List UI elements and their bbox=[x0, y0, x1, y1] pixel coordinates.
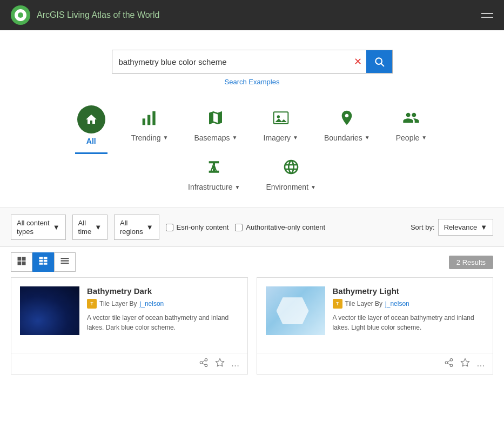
app-header: ArcGIS Living Atlas of the World bbox=[0, 0, 504, 30]
svg-rect-3 bbox=[147, 115, 150, 125]
sort-chevron: ▼ bbox=[480, 223, 487, 231]
authoritative-only-filter[interactable]: Authoritative-only content bbox=[235, 223, 325, 231]
cards-grid: Bathymetry Dark T Tile Layer By j_nelson… bbox=[0, 277, 504, 385]
category-all[interactable]: All bbox=[64, 100, 118, 151]
category-row-1: All Trending ▼ Basemaps ▼ bbox=[64, 100, 440, 151]
svg-point-6 bbox=[277, 115, 279, 118]
category-boundaries[interactable]: Boundaries ▼ bbox=[311, 104, 383, 148]
filters-bar: All content types ▼ All time ▼ All regio… bbox=[0, 208, 504, 247]
regions-filter[interactable]: All regions ▼ bbox=[114, 215, 159, 240]
esri-only-checkbox[interactable] bbox=[166, 224, 173, 231]
card-author-dark[interactable]: j_nelson bbox=[140, 300, 164, 307]
card-icon bbox=[38, 256, 48, 266]
regions-line2: regions bbox=[120, 228, 143, 236]
svg-rect-11 bbox=[22, 262, 26, 265]
content-type-chevron: ▼ bbox=[53, 223, 60, 231]
list-view-button[interactable] bbox=[54, 252, 76, 272]
card-title-light: Bathymetry Light bbox=[333, 286, 485, 296]
svg-point-21 bbox=[205, 359, 207, 362]
trending-icon bbox=[141, 109, 158, 130]
svg-text:A: A bbox=[211, 162, 218, 173]
card-footer-light: … bbox=[257, 353, 493, 374]
sort-select[interactable]: Relevance ▼ bbox=[438, 219, 493, 236]
svg-rect-8 bbox=[18, 257, 22, 261]
app-title: ArcGIS Living Atlas of the World bbox=[37, 10, 159, 20]
results-count: 2 Results bbox=[449, 256, 493, 269]
category-basemaps[interactable]: Basemaps ▼ bbox=[181, 104, 250, 148]
svg-point-28 bbox=[445, 362, 448, 364]
content-type-filter[interactable]: All content types ▼ bbox=[11, 215, 66, 240]
favorite-button-dark[interactable] bbox=[215, 358, 225, 370]
sort-group: Sort by: Relevance ▼ bbox=[411, 219, 493, 236]
svg-rect-18 bbox=[61, 258, 69, 259]
more-button-dark[interactable]: … bbox=[231, 359, 240, 369]
share-icon bbox=[444, 358, 454, 367]
card-title-dark: Bathymetry Dark bbox=[87, 286, 239, 296]
star-icon bbox=[460, 358, 470, 367]
basemaps-icon bbox=[207, 109, 224, 130]
card-type-light: Tile Layer By bbox=[345, 300, 383, 307]
card-thumbnail-light bbox=[266, 286, 325, 335]
category-imagery[interactable]: Imagery ▼ bbox=[251, 104, 311, 148]
result-card-bathymetry-dark: Bathymetry Dark T Tile Layer By j_nelson… bbox=[11, 277, 248, 374]
more-button-light[interactable]: … bbox=[476, 359, 485, 369]
regions-line1: All bbox=[120, 219, 143, 228]
category-people-label: People ▼ bbox=[396, 133, 427, 142]
svg-rect-13 bbox=[44, 257, 48, 259]
category-environment[interactable]: Environment ▼ bbox=[253, 153, 329, 197]
category-infrastructure[interactable]: A Infrastructure ▼ bbox=[175, 153, 253, 197]
star-icon bbox=[215, 358, 225, 367]
svg-marker-32 bbox=[461, 359, 469, 366]
svg-rect-20 bbox=[61, 263, 69, 264]
card-author-light[interactable]: j_nelson bbox=[385, 300, 409, 307]
share-button-dark[interactable] bbox=[199, 358, 209, 370]
time-filter[interactable]: All time ▼ bbox=[72, 215, 107, 240]
card-type-dark: Tile Layer By bbox=[99, 300, 137, 307]
tile-layer-badge-dark: T bbox=[87, 299, 97, 309]
category-trending-label: Trending ▼ bbox=[131, 133, 169, 142]
sort-value: Relevance bbox=[444, 223, 477, 231]
favorite-button-light[interactable] bbox=[460, 358, 470, 370]
boundaries-icon bbox=[338, 109, 355, 130]
svg-rect-4 bbox=[152, 111, 155, 125]
svg-rect-10 bbox=[18, 262, 22, 265]
card-view-button[interactable] bbox=[32, 252, 54, 272]
svg-line-30 bbox=[447, 363, 450, 365]
card-meta-dark: T Tile Layer By j_nelson bbox=[87, 299, 239, 309]
category-environment-label: Environment ▼ bbox=[266, 183, 316, 191]
card-desc-dark: A vector tile layer of ocean bathymetry … bbox=[87, 313, 239, 332]
svg-line-24 bbox=[202, 363, 205, 365]
view-buttons bbox=[11, 252, 76, 272]
grid-view-button[interactable] bbox=[11, 252, 32, 272]
categories-section: All Trending ▼ Basemaps ▼ bbox=[0, 95, 504, 208]
category-basemaps-label: Basemaps ▼ bbox=[194, 133, 237, 142]
list-icon bbox=[60, 256, 70, 266]
card-footer-dark: … bbox=[11, 353, 247, 374]
search-submit-button[interactable] bbox=[366, 50, 392, 73]
svg-point-23 bbox=[205, 364, 207, 367]
category-trending[interactable]: Trending ▼ bbox=[118, 104, 182, 148]
home-icon bbox=[77, 105, 105, 133]
search-box: ✕ bbox=[112, 50, 393, 73]
svg-point-29 bbox=[450, 364, 453, 367]
svg-rect-2 bbox=[143, 118, 145, 125]
grid-icon bbox=[17, 256, 26, 266]
esri-only-filter[interactable]: Esri-only content bbox=[166, 223, 229, 231]
category-people[interactable]: People ▼ bbox=[383, 104, 440, 148]
hamburger-menu[interactable] bbox=[481, 13, 493, 18]
svg-rect-15 bbox=[44, 260, 48, 262]
share-button-light[interactable] bbox=[444, 358, 454, 370]
time-line2: time bbox=[78, 228, 92, 236]
svg-line-31 bbox=[447, 360, 450, 362]
search-input[interactable] bbox=[112, 52, 350, 72]
share-icon bbox=[199, 358, 209, 367]
svg-point-27 bbox=[450, 359, 453, 362]
search-clear-button[interactable]: ✕ bbox=[350, 51, 366, 72]
authoritative-only-label: Authoritative-only content bbox=[246, 223, 325, 231]
authoritative-only-checkbox[interactable] bbox=[235, 224, 243, 231]
svg-rect-17 bbox=[44, 263, 48, 265]
category-row-2: A Infrastructure ▼ Environment ▼ bbox=[175, 153, 329, 197]
search-examples-link[interactable]: Search Examples bbox=[225, 78, 280, 86]
search-area: ✕ Search Examples bbox=[0, 30, 504, 95]
card-desc-light: A vector tile layer of ocean bathymetry … bbox=[333, 313, 485, 332]
